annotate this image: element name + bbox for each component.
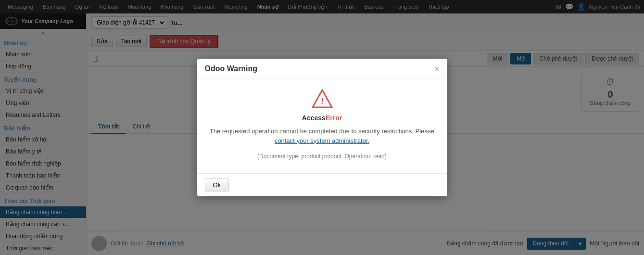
modal-footer: Ok [197, 173, 447, 196]
warning-triangle-icon: ! [312, 89, 333, 108]
ok-button[interactable]: Ok [205, 178, 229, 191]
modal-title: Odoo Warning [205, 64, 258, 73]
admin-contact-link[interactable]: contact your system administrator. [275, 137, 369, 144]
modal-error-title: AccessError [205, 114, 440, 122]
modal-message: The requested operation cannot be comple… [205, 127, 440, 145]
modal-dialog: Odoo Warning × ! AccessError The request… [197, 59, 447, 196]
modal-body: ! AccessError The requested operation ca… [197, 79, 447, 173]
svg-text:!: ! [320, 96, 324, 106]
modal-header: Odoo Warning × [197, 59, 447, 79]
modal-overlay: Odoo Warning × ! AccessError The request… [0, 0, 644, 255]
modal-detail: (Document type: product.product, Operati… [205, 153, 440, 160]
modal-close-button[interactable]: × [434, 64, 440, 73]
